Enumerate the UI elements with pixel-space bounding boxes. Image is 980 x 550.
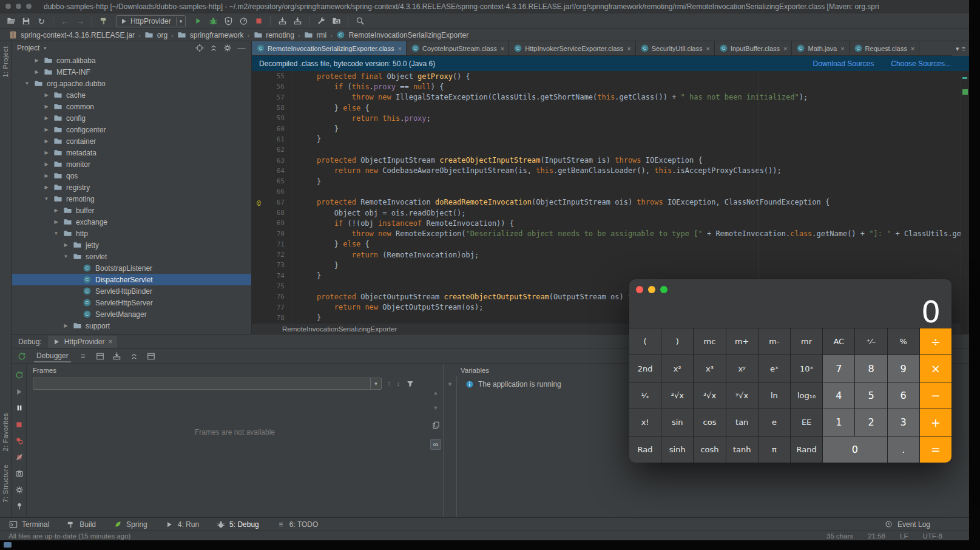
calc-key[interactable]: x² bbox=[661, 355, 693, 381]
sidebar-item-favorites[interactable]: 2: Favorites bbox=[2, 413, 10, 451]
search-icon[interactable] bbox=[354, 15, 366, 27]
folder-search-icon[interactable] bbox=[330, 15, 342, 27]
minimize-button[interactable] bbox=[16, 4, 21, 9]
editor-tab[interactable]: CHttpInvokerServiceExporter.class× bbox=[509, 41, 635, 55]
sidebar-item-structure[interactable]: 7: Structure bbox=[2, 464, 10, 503]
toolwindow-widget-icon[interactable] bbox=[4, 542, 12, 548]
calc-key[interactable]: x! bbox=[629, 409, 661, 435]
code-line[interactable]: 69 if (!(obj instanceof RemoteInvocation… bbox=[252, 218, 961, 228]
breadcrumb-item[interactable]: CRemoteInvocationSerializingExporter bbox=[334, 30, 470, 40]
editor-tab[interactable]: CRequest.class× bbox=[850, 41, 920, 55]
toolwindow-button-6-todo[interactable]: ≡6: TODO bbox=[276, 520, 319, 529]
calc-key[interactable]: × bbox=[920, 355, 951, 381]
tree-row[interactable]: ▶support bbox=[12, 320, 251, 331]
code-line[interactable]: 71 } else { bbox=[252, 239, 961, 250]
calc-key[interactable]: 2 bbox=[855, 409, 887, 435]
chevron-expanded-icon[interactable]: ▼ bbox=[62, 254, 70, 259]
close-icon[interactable]: × bbox=[108, 338, 112, 346]
minimize-button[interactable] bbox=[648, 286, 655, 293]
chevron-down-icon[interactable]: ▾ bbox=[370, 378, 381, 389]
calc-key[interactable]: ÷ bbox=[920, 328, 951, 355]
calc-key[interactable]: ³√x bbox=[694, 382, 725, 409]
mute-breakpoints-icon[interactable] bbox=[15, 452, 24, 462]
filter-frames-icon[interactable] bbox=[405, 379, 415, 389]
toolwindow-button-spring[interactable]: Spring bbox=[113, 520, 147, 529]
layout-settings-icon[interactable]: ≡ bbox=[78, 351, 88, 361]
chevron-collapsed-icon[interactable]: ▶ bbox=[42, 104, 50, 109]
rerun-icon[interactable] bbox=[17, 351, 27, 361]
calc-key[interactable]: x³ bbox=[694, 355, 725, 381]
calc-key[interactable]: ⁺⁄₋ bbox=[855, 328, 887, 355]
calc-key[interactable]: 3 bbox=[888, 409, 919, 435]
hide-panel-icon[interactable]: — bbox=[237, 43, 246, 53]
tree-row[interactable]: ▶META-INF bbox=[12, 66, 251, 78]
calc-key[interactable]: 7 bbox=[823, 355, 854, 381]
tree-row[interactable]: ▶com.alibaba bbox=[12, 55, 251, 66]
download-sources-link[interactable]: Download Sources bbox=[813, 59, 874, 68]
coverage-button[interactable] bbox=[222, 15, 234, 27]
scroll-down-icon[interactable]: ▼ bbox=[433, 405, 439, 411]
profiler-button[interactable] bbox=[237, 15, 249, 27]
view-options-icon[interactable] bbox=[146, 351, 156, 361]
calc-key[interactable]: Rand bbox=[791, 436, 822, 463]
restore-layout-icon[interactable] bbox=[95, 351, 105, 361]
calc-key[interactable]: ) bbox=[661, 328, 693, 355]
chevron-collapsed-icon[interactable]: ▶ bbox=[33, 58, 41, 63]
locate-file-icon[interactable] bbox=[195, 43, 204, 53]
sidebar-item-project[interactable]: 1: Project bbox=[2, 46, 10, 77]
calc-key[interactable]: EE bbox=[791, 409, 822, 435]
tree-row[interactable]: CServletManager bbox=[12, 308, 251, 320]
close-icon[interactable]: × bbox=[911, 45, 914, 52]
code-line[interactable]: 57 throw new IllegalStateException(Class… bbox=[252, 92, 961, 103]
chevron-collapsed-icon[interactable]: ▶ bbox=[42, 138, 50, 144]
stop-icon[interactable] bbox=[15, 419, 24, 429]
calc-key[interactable]: . bbox=[888, 436, 919, 463]
chevron-collapsed-icon[interactable]: ▶ bbox=[42, 127, 50, 132]
tree-row[interactable]: ▶registry bbox=[12, 182, 251, 193]
calc-key[interactable]: 9 bbox=[888, 355, 919, 381]
calc-key[interactable]: 4 bbox=[823, 382, 854, 409]
calc-key[interactable]: sin bbox=[661, 409, 693, 435]
previous-frame-icon[interactable]: ↑ bbox=[387, 379, 391, 388]
scroll-up-icon[interactable]: ▲ bbox=[433, 390, 439, 396]
calc-key[interactable]: cosh bbox=[694, 436, 725, 463]
status-item[interactable]: 35 chars bbox=[826, 532, 853, 540]
chevron-collapsed-icon[interactable]: ▶ bbox=[42, 92, 50, 98]
pause-icon[interactable] bbox=[15, 403, 24, 413]
camera-icon[interactable] bbox=[15, 469, 24, 478]
editor-tab[interactable]: CInputBuffer.class× bbox=[715, 41, 792, 55]
calc-key[interactable]: m- bbox=[759, 328, 790, 355]
calc-key[interactable]: AC bbox=[823, 328, 854, 355]
settings-icon[interactable] bbox=[15, 485, 24, 495]
close-icon[interactable]: × bbox=[706, 45, 709, 52]
chevron-collapsed-icon[interactable]: ▶ bbox=[42, 173, 50, 178]
close-icon[interactable]: × bbox=[783, 45, 787, 52]
tree-row[interactable]: ▶common bbox=[12, 101, 251, 112]
calc-key[interactable]: ¹⁄ₓ bbox=[629, 382, 661, 409]
hidden-tabs-icon[interactable]: ▾ bbox=[956, 45, 959, 53]
zoom-button[interactable] bbox=[660, 286, 667, 293]
breadcrumb-item[interactable]: springframework bbox=[175, 30, 246, 40]
code-line[interactable]: 73 } bbox=[252, 260, 961, 270]
build-hammer-icon[interactable] bbox=[98, 15, 110, 27]
breadcrumb-item[interactable]: spring-context-4.3.16.RELEASE.jar bbox=[6, 30, 137, 40]
breadcrumb-item[interactable]: remoting bbox=[251, 30, 296, 40]
tree-row[interactable]: ▶configcenter bbox=[12, 124, 251, 135]
calc-key[interactable]: 5 bbox=[855, 382, 887, 409]
tab-debugger[interactable]: Debugger bbox=[34, 350, 71, 362]
code-line[interactable]: @67 protected RemoteInvocation doReadRem… bbox=[252, 197, 961, 208]
chevron-down-icon[interactable]: ▾ bbox=[44, 46, 46, 51]
close-icon[interactable]: × bbox=[501, 45, 504, 52]
chevron-collapsed-icon[interactable]: ▶ bbox=[62, 242, 70, 248]
calc-key[interactable]: ʸ√x bbox=[726, 382, 758, 409]
chevron-collapsed-icon[interactable]: ▶ bbox=[42, 161, 50, 167]
calc-key[interactable]: π bbox=[759, 436, 790, 463]
calc-key[interactable]: % bbox=[888, 328, 919, 355]
chevron-collapsed-icon[interactable]: ▶ bbox=[52, 208, 60, 213]
save-icon[interactable] bbox=[20, 15, 32, 27]
calc-key[interactable]: − bbox=[920, 382, 951, 409]
event-log-button[interactable]: Event Log bbox=[884, 520, 930, 529]
toolwindow-button-5-debug[interactable]: 5: Debug bbox=[216, 520, 259, 529]
tree-row[interactable]: ▶config bbox=[12, 112, 251, 124]
editor-scrollbar[interactable] bbox=[961, 71, 969, 323]
